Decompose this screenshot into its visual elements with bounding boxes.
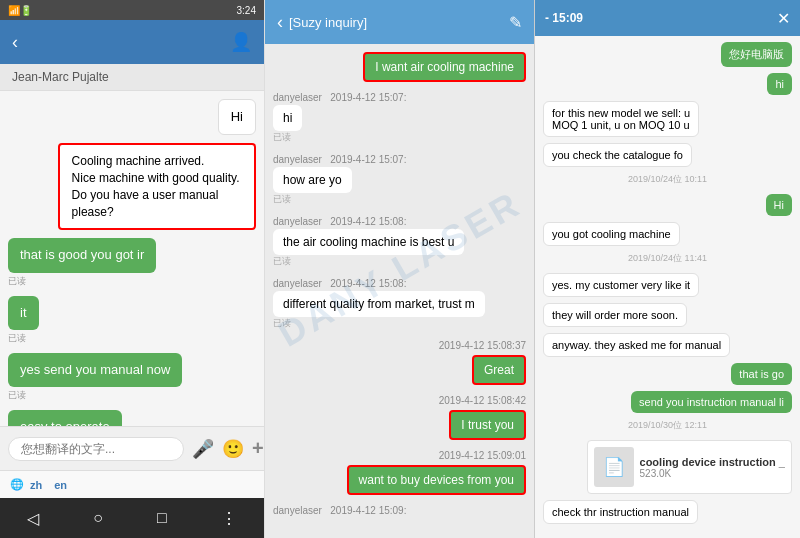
- mid-message-highlighted: Great: [472, 355, 526, 385]
- back-icon[interactable]: ‹: [12, 32, 18, 53]
- product-thumbnail: 📄: [594, 447, 634, 487]
- mid-msg-wrapper: danyelaser 2019-4-12 15:09:: [273, 505, 526, 518]
- r-timestamp: 2019/10/24位 11:41: [628, 252, 707, 265]
- mid-read-status: 已读: [273, 255, 291, 268]
- r-message-bubble: anyway. they asked me for manual: [543, 333, 730, 357]
- msg-wrapper: Hi: [8, 99, 256, 135]
- menu-nav-icon[interactable]: ⋮: [221, 509, 237, 528]
- r-message-highlighted: yes. my customer very like it: [543, 273, 699, 297]
- mid-message-highlighted: I trust you: [449, 410, 526, 440]
- r-msg-wrapper: you got cooling machine: [543, 222, 792, 246]
- r-msg-wrapper: Hi: [543, 194, 792, 216]
- r-message-bubble: you got cooling machine: [543, 222, 680, 246]
- mic-icon[interactable]: 🎤: [192, 438, 214, 460]
- msg-wrapper: Cooling machine arrived.Nice machine wit…: [8, 143, 256, 230]
- message-bubble: yes send you manual now: [8, 353, 182, 387]
- r-msg-wrapper: anyway. they asked me for manual: [543, 333, 792, 357]
- r-message-bubble: you check the catalogue fo: [543, 143, 692, 167]
- mid-message-bubble: I want air cooling machine: [363, 52, 526, 82]
- left-header: ‹ 👤: [0, 20, 264, 64]
- product-card[interactable]: 📄 cooling device instruction _ 523.0K: [587, 440, 792, 494]
- mid-timestamp: 2019-4-12 15:08:37: [439, 340, 526, 351]
- r-message-bubble: for this new model we sell: uMOQ 1 unit,…: [543, 101, 699, 137]
- emoji-icon[interactable]: 🙂: [222, 438, 244, 460]
- mid-sender: danyelaser 2019-4-12 15:09:: [273, 505, 406, 516]
- r-msg-wrapper: they will order more soon.: [543, 303, 792, 327]
- r-message-bubble: 您好电脑版: [721, 42, 792, 67]
- msg-status: 已读: [8, 332, 26, 345]
- right-chat-area: 您好电脑版 hi for this new model we sell: uMO…: [535, 36, 800, 538]
- status-time: 3:24: [237, 5, 256, 16]
- mid-msg-wrapper: danyelaser 2019-4-12 15:07: hi 已读: [273, 92, 526, 144]
- mid-msg-wrapper: danyelaser 2019-4-12 15:07: how are yo 已…: [273, 154, 526, 206]
- contact-name: Jean-Marc Pujalte: [0, 64, 264, 91]
- middle-chat-panel: ‹ [Suzy inquiry] ✎ I want air cooling ma…: [265, 0, 535, 538]
- left-chat-panel: 📶🔋 3:24 ‹ 👤 Jean-Marc Pujalte Hi Cooling…: [0, 0, 265, 538]
- r-msg-wrapper: 您好电脑版: [543, 42, 792, 67]
- translate-bar: 🌐 zh en: [0, 470, 264, 498]
- middle-title: [Suzy inquiry]: [289, 15, 503, 30]
- left-chat-area: Hi Cooling machine arrived.Nice machine …: [0, 91, 264, 426]
- nav-bar: ◁ ○ □ ⋮: [0, 498, 264, 538]
- mid-message-bubble: the air cooling machine is best u: [273, 229, 464, 255]
- msg-wrapper: easy to operate: [8, 410, 256, 426]
- recent-nav-icon[interactable]: □: [157, 509, 167, 527]
- message-input[interactable]: [8, 437, 184, 461]
- status-icons: 📶🔋: [8, 5, 32, 16]
- mid-sender: danyelaser 2019-4-12 15:08:: [273, 216, 406, 227]
- mid-message-bubble: hi: [273, 105, 302, 131]
- product-info: cooling device instruction _ 523.0K: [640, 456, 785, 479]
- r-message-bubble: that is go: [731, 363, 792, 385]
- translate-en[interactable]: en: [54, 479, 67, 491]
- message-bubble: Hi: [218, 99, 256, 135]
- r-msg-wrapper: you check the catalogue fo: [543, 143, 792, 167]
- mid-message-highlighted: want to buy devices from you: [347, 465, 526, 495]
- mid-read-status: 已读: [273, 131, 291, 144]
- r-message-bubble: send you instruction manual li: [631, 391, 792, 413]
- back-nav-icon[interactable]: ◁: [27, 509, 39, 528]
- mid-msg-wrapper: I want air cooling machine: [273, 52, 526, 82]
- status-bar: 📶🔋 3:24: [0, 0, 264, 20]
- add-icon[interactable]: +: [252, 437, 264, 460]
- r-message-highlighted: they will order more soon.: [543, 303, 687, 327]
- mid-msg-wrapper: 2019-4-12 15:08:42 I trust you: [273, 395, 526, 440]
- middle-back-icon[interactable]: ‹: [277, 12, 283, 33]
- msg-status: 已读: [8, 389, 26, 402]
- message-bubble-highlighted: Cooling machine arrived.Nice machine wit…: [58, 143, 256, 230]
- right-close-icon[interactable]: ✕: [777, 9, 790, 28]
- r-msg-wrapper: yes. my customer very like it: [543, 273, 792, 297]
- msg-wrapper: yes send you manual now 已读: [8, 353, 256, 402]
- mid-msg-wrapper: 2019-4-12 15:09:01 want to buy devices f…: [273, 450, 526, 495]
- r-msg-wrapper: 📄 cooling device instruction _ 523.0K: [543, 440, 792, 494]
- mid-msg-wrapper: 2019-4-12 15:08:37 Great: [273, 340, 526, 385]
- r-timestamp: 2019/10/24位 10:11: [628, 173, 707, 186]
- message-bubble: easy to operate: [8, 410, 122, 426]
- home-nav-icon[interactable]: ○: [93, 509, 103, 527]
- r-msg-wrapper: for this new model we sell: uMOQ 1 unit,…: [543, 101, 792, 137]
- msg-status: 已读: [8, 275, 26, 288]
- middle-edit-icon[interactable]: ✎: [509, 13, 522, 32]
- right-chat-panel: - 15:09 ✕ 您好电脑版 hi for this new model we…: [535, 0, 800, 538]
- r-message-bubble: check thr instruction manual: [543, 500, 698, 524]
- mid-timestamp: 2019-4-12 15:09:01: [439, 450, 526, 461]
- r-msg-wrapper: hi: [543, 73, 792, 95]
- mid-msg-wrapper: danyelaser 2019-4-12 15:08: the air cool…: [273, 216, 526, 268]
- mid-sender: danyelaser 2019-4-12 15:07:: [273, 92, 406, 103]
- translate-zh[interactable]: zh: [30, 479, 42, 491]
- msg-wrapper: it 已读: [8, 296, 256, 345]
- mid-sender: danyelaser 2019-4-12 15:08:: [273, 278, 406, 289]
- msg-wrapper: that is good you got ir 已读: [8, 238, 256, 287]
- mid-message-bubble: different quality from market, trust m: [273, 291, 485, 317]
- r-message-bubble: hi: [767, 73, 792, 95]
- middle-chat-area: I want air cooling machine danyelaser 20…: [265, 44, 534, 538]
- r-msg-wrapper: send you instruction manual li: [543, 391, 792, 413]
- r-message-bubble: Hi: [766, 194, 792, 216]
- person-icon[interactable]: 👤: [230, 31, 252, 53]
- message-bubble: that is good you got ir: [8, 238, 156, 272]
- product-name: cooling device instruction _: [640, 456, 785, 468]
- right-title: - 15:09: [545, 11, 583, 25]
- r-msg-wrapper: check thr instruction manual: [543, 500, 792, 524]
- mid-msg-wrapper: danyelaser 2019-4-12 15:08: different qu…: [273, 278, 526, 330]
- mid-sender: danyelaser 2019-4-12 15:07:: [273, 154, 406, 165]
- left-input-area: 🎤 🙂 +: [0, 426, 264, 470]
